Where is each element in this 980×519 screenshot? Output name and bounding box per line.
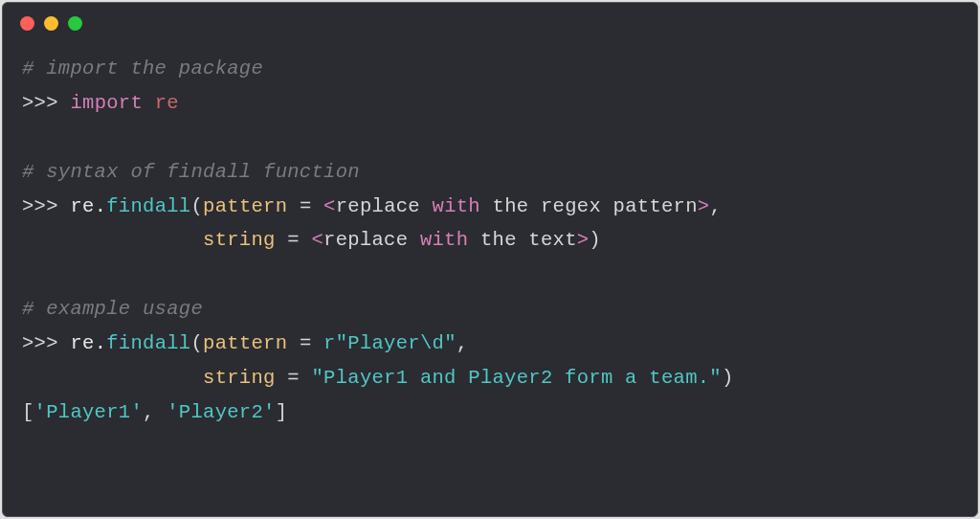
- placeholder-text: the regex pattern: [480, 195, 698, 217]
- indent: [22, 367, 203, 389]
- angle-open: <: [311, 229, 323, 251]
- open-paren: (: [190, 332, 203, 354]
- close-paren: ): [589, 229, 601, 251]
- equals: =: [287, 332, 323, 354]
- output-string: 'Player1': [34, 401, 143, 423]
- terminal-window: # import the package >>> import re # syn…: [2, 2, 978, 517]
- comment-line: # syntax of findall function: [22, 161, 360, 183]
- close-paren: ): [722, 367, 734, 389]
- equals: =: [276, 367, 312, 389]
- dot-operator: .: [95, 195, 107, 217]
- dot-operator: .: [95, 332, 107, 354]
- angle-close: >: [577, 229, 590, 251]
- string-literal: "Player1 and Player2 form a team.": [311, 367, 721, 389]
- comma: ,: [709, 195, 722, 217]
- output-string: 'Player2': [167, 401, 275, 423]
- comma: ,: [457, 332, 469, 354]
- comment-line: # import the package: [22, 57, 263, 79]
- minimize-icon[interactable]: [44, 16, 58, 31]
- param-name: pattern: [203, 195, 287, 217]
- param-name: pattern: [203, 332, 287, 354]
- placeholder-text: the text: [468, 229, 576, 251]
- indent: [22, 229, 203, 251]
- param-name: string: [203, 367, 276, 389]
- code-block: # import the package >>> import re # syn…: [3, 31, 977, 449]
- open-paren: (: [190, 195, 203, 217]
- repl-prompt: >>>: [22, 92, 70, 114]
- repl-prompt: >>>: [22, 332, 70, 354]
- module-name: re: [143, 92, 179, 114]
- keyword-with: with: [433, 195, 480, 217]
- comment-line: # example usage: [22, 298, 203, 320]
- param-name: string: [203, 229, 276, 251]
- placeholder-text: replace: [336, 195, 433, 217]
- output-bracket: [: [22, 401, 34, 423]
- object-ref: re: [70, 332, 94, 354]
- angle-open: <: [323, 195, 336, 217]
- maximize-icon[interactable]: [68, 16, 82, 31]
- window-titlebar: [3, 3, 977, 31]
- keyword-with: with: [420, 229, 468, 251]
- object-ref: re: [70, 195, 94, 217]
- equals: =: [276, 229, 312, 251]
- output-sep: ,: [143, 401, 167, 423]
- placeholder-text: replace: [323, 229, 420, 251]
- close-icon[interactable]: [20, 16, 34, 31]
- function-name: findall: [106, 195, 190, 217]
- repl-prompt: >>>: [22, 195, 70, 217]
- equals: =: [287, 195, 323, 217]
- angle-close: >: [698, 195, 710, 217]
- keyword-import: import: [70, 92, 143, 114]
- function-name: findall: [106, 332, 190, 354]
- string-literal: r"Player\d": [323, 332, 457, 354]
- output-bracket: ]: [276, 401, 288, 423]
